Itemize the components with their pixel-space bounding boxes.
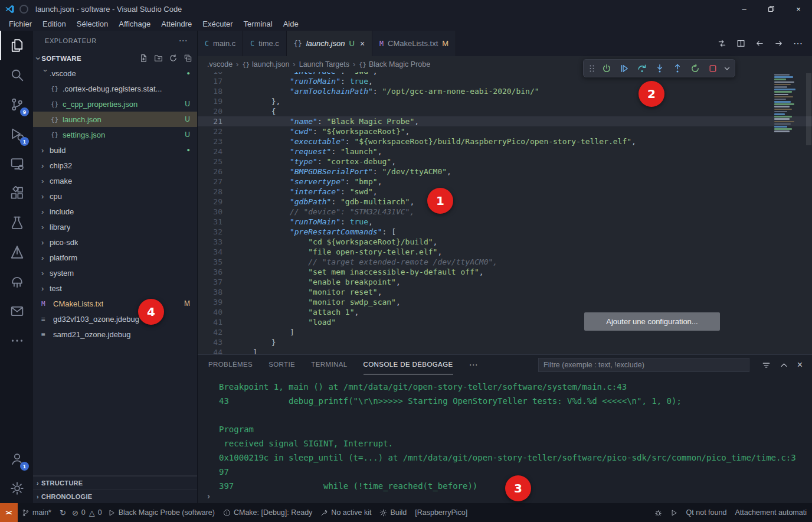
panel-tab-probl-mes[interactable]: PROBLÈMES xyxy=(208,355,253,374)
line-number[interactable]: 41 xyxy=(198,317,222,327)
tree-folder-system[interactable]: ›system xyxy=(33,265,197,280)
account-icon[interactable]: 1 xyxy=(0,444,33,474)
close-tab-icon[interactable]: × xyxy=(360,39,365,48)
menu-item[interactable]: Edition xyxy=(37,18,71,31)
line-number[interactable]: 43 xyxy=(198,337,222,347)
debug-continue-button[interactable] xyxy=(617,61,632,76)
filter-lines-icon[interactable] xyxy=(762,361,771,370)
status-item-cmake-status[interactable]: CMake: [Debug]: Ready xyxy=(219,503,316,522)
sidebar-section-chronologie[interactable]: ›CHRONOLOGIE xyxy=(33,490,197,503)
tab-launch-json[interactable]: {}launch.jsonU× xyxy=(287,31,372,56)
minimize-button[interactable]: – xyxy=(731,0,758,18)
tree-folder-platform[interactable]: ›platform xyxy=(33,250,197,265)
menu-item[interactable]: Terminal xyxy=(238,18,278,31)
debug-stop-button[interactable] xyxy=(705,61,721,76)
line-number[interactable]: 29 xyxy=(198,197,222,207)
line-number[interactable]: 27 xyxy=(198,177,222,187)
tree-file-samd21-ozone-jdebug[interactable]: ≡samd21_ozone.jdebug xyxy=(33,327,197,342)
debug-stop-dropdown[interactable] xyxy=(723,61,731,76)
debug-power-button[interactable] xyxy=(599,61,614,76)
status-item-warnings[interactable]: △0 xyxy=(87,503,104,522)
debug-step-out-button[interactable] xyxy=(670,61,685,76)
tree-folder-library[interactable]: ›library xyxy=(33,219,197,234)
breadcrumb-item[interactable]: .vscode xyxy=(207,60,233,68)
line-number[interactable]: 34 xyxy=(198,247,222,257)
panel-tab-terminal[interactable]: TERMINAL xyxy=(311,355,347,374)
search-icon[interactable] xyxy=(0,60,33,90)
tree-folder-test[interactable]: ›test xyxy=(33,280,197,296)
status-item-cmake-debug[interactable] xyxy=(650,503,666,522)
line-number[interactable]: 30 xyxy=(198,207,222,217)
line-number[interactable]: 18 xyxy=(198,86,222,96)
explorer-icon[interactable] xyxy=(0,31,33,60)
extensions-icon[interactable] xyxy=(0,178,33,208)
tree-folder-cpu[interactable]: ›cpu xyxy=(33,188,197,204)
tree-folder--vscode[interactable]: ›.vscode● xyxy=(33,66,197,81)
tree-folder-include[interactable]: ›include xyxy=(33,204,197,219)
tab-time-c[interactable]: Ctime.c xyxy=(243,31,287,56)
menu-item[interactable]: Atteindre xyxy=(156,18,197,31)
tree-folder-cmake[interactable]: ›cmake xyxy=(33,173,197,188)
status-item-qt-status[interactable]: Qt not found xyxy=(682,503,731,522)
line-number[interactable]: 36 xyxy=(198,267,222,277)
status-item-errors[interactable]: ⊘0 xyxy=(70,503,87,522)
line-number[interactable]: 17 xyxy=(198,76,222,86)
status-item-sync[interactable]: ↻ xyxy=(55,503,70,522)
breadcrumb-item[interactable]: {}launch.json xyxy=(242,60,289,68)
tree-file-c-cpp-properties-json[interactable]: {}c_cpp_properties.jsonU xyxy=(33,96,197,112)
run-debug-icon[interactable]: 1 xyxy=(0,119,33,149)
maximize-panel-icon[interactable] xyxy=(780,361,788,370)
line-number[interactable]: 35 xyxy=(198,257,222,267)
settings-gear-icon[interactable] xyxy=(0,474,33,503)
code-editor[interactable]: 16 "interface": "swd",17 "runToMain": tr… xyxy=(198,72,812,354)
menu-item[interactable]: Affichage xyxy=(113,18,156,31)
split-editor-icon[interactable] xyxy=(736,39,745,48)
line-number[interactable]: 26 xyxy=(198,167,222,177)
debug-console-prompt[interactable]: › xyxy=(207,491,210,501)
line-number[interactable]: 20 xyxy=(198,106,222,116)
restore-button[interactable] xyxy=(758,0,785,18)
mail-icon[interactable] xyxy=(0,296,33,326)
debug-probe-icon[interactable] xyxy=(0,267,33,296)
panel-tab-sortie[interactable]: SORTIE xyxy=(269,355,295,374)
line-number[interactable]: 28 xyxy=(198,187,222,197)
status-item-auto-attach[interactable]: Attachement automati xyxy=(731,503,811,522)
more-views-icon[interactable] xyxy=(0,326,33,355)
tree-file-gd32vf103-ozone-jdebug[interactable]: ≡gd32vf103_ozone.jdebug xyxy=(33,311,197,327)
close-panel-icon[interactable]: × xyxy=(797,360,803,370)
add-configuration-button[interactable]: Ajouter une configuration... xyxy=(584,312,720,331)
line-number[interactable]: 39 xyxy=(198,297,222,307)
back-icon[interactable] xyxy=(755,39,764,48)
tab-main-c[interactable]: Cmain.c xyxy=(198,31,243,56)
new-file-icon[interactable] xyxy=(139,54,148,63)
tree-file--cortex-debug-registers-stat-[interactable]: {}.cortex-debug.registers.stat... xyxy=(33,81,197,96)
line-number[interactable]: 16 xyxy=(198,72,222,76)
tree-folder-pico-sdk[interactable]: ›pico-sdk xyxy=(33,234,197,250)
status-item-launch-target[interactable]: Black Magic Probe (software) xyxy=(104,503,219,522)
tree-file-cmakelists-txt[interactable]: MCMakeLists.txtM xyxy=(33,296,197,311)
line-number[interactable]: 37 xyxy=(198,277,222,287)
refresh-explorer-icon[interactable] xyxy=(169,54,178,63)
line-number[interactable]: 19 xyxy=(198,96,222,106)
remote-explorer-icon[interactable] xyxy=(0,149,33,178)
editor-scrollbar[interactable] xyxy=(806,73,811,145)
line-number[interactable]: 40 xyxy=(198,307,222,317)
debug-restart-button[interactable] xyxy=(687,61,703,76)
line-number[interactable]: 33 xyxy=(198,237,222,247)
line-number[interactable]: 38 xyxy=(198,287,222,297)
panel-more-tabs-icon[interactable]: ⋯ xyxy=(469,360,478,370)
minimap[interactable] xyxy=(774,74,803,133)
line-number[interactable]: 22 xyxy=(198,126,222,136)
tree-file-launch-json[interactable]: {}launch.jsonU xyxy=(33,112,197,127)
breadcrumb-item[interactable]: Launch Targets xyxy=(299,60,349,68)
collapse-folders-icon[interactable] xyxy=(184,54,192,63)
line-number[interactable]: 44 xyxy=(198,347,222,354)
line-number[interactable]: 31 xyxy=(198,217,222,227)
line-number[interactable]: 32 xyxy=(198,227,222,237)
workspace-section-header[interactable]: › SOFTWARE xyxy=(33,51,197,66)
line-number[interactable]: 21 xyxy=(198,116,222,126)
forward-icon[interactable] xyxy=(774,39,783,48)
tree-folder-chip32[interactable]: ›chip32 xyxy=(33,158,197,173)
line-number[interactable]: 23 xyxy=(198,136,222,146)
menu-item[interactable]: Fichier xyxy=(4,18,37,31)
